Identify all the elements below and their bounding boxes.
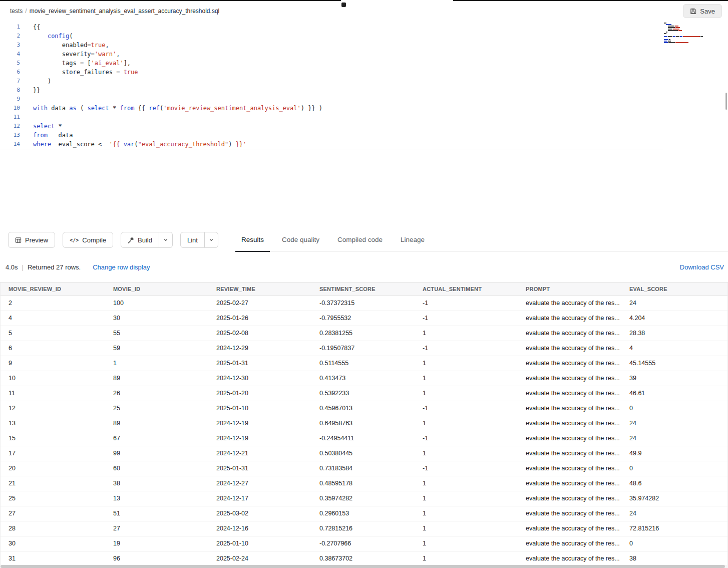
status-separator: | [22,263,24,271]
breadcrumb-folder[interactable]: tests [10,8,23,15]
table-cell: 89 [105,416,208,431]
table-cell: 2025-02-24 [208,551,311,565]
table-cell: 0.50380445 [311,446,415,461]
minimap-line [664,23,700,24]
table-cell: 1 [415,491,518,506]
tab-strip-border-right [453,0,728,1]
table-cell: 30 [1,536,105,551]
tab-results[interactable]: Results [241,228,264,251]
table-cell: 0.48595178 [311,476,415,491]
column-header: MOVIE_ID [105,282,208,296]
table-cell: 1 [415,386,518,401]
table-cell: 1 [415,551,518,565]
lint-label: Lint [187,236,198,244]
preview-button[interactable]: Preview [8,232,55,248]
table-cell: 72.815216 [621,521,727,536]
save-button[interactable]: Save [683,4,722,18]
table-cell: 2024-12-16 [208,521,311,536]
table-cell: -0.37372315 [311,296,415,311]
code-line[interactable]: 3 enabled=true, [0,41,728,50]
table-cell: 13 [105,491,208,506]
table-cell: 2024-12-19 [208,431,311,446]
line-number: 6 [0,68,20,77]
code-line[interactable]: 9 [0,95,728,104]
horizontal-scrollbar-thumb[interactable] [1,565,725,568]
prompt-cell-text: evaluate the accuracy of the res... [526,465,620,472]
code-line[interactable]: 13from data [0,131,728,140]
prompt-cell-text: evaluate the accuracy of the res... [526,330,620,337]
build-dropdown-button[interactable] [159,232,173,248]
code-editor[interactable]: 1{{2 config(3 enabled=true,4 severity='w… [0,21,728,228]
code-text: severity='warn', [20,50,120,59]
table-cell: 0 [621,401,727,416]
download-csv-link[interactable]: Download CSV [680,263,724,271]
code-line[interactable]: 4 severity='warn', [0,50,728,59]
tab-compiled-code[interactable]: Compiled code [337,228,383,251]
prompt-cell-text: evaluate the accuracy of the res... [526,525,620,532]
code-line[interactable]: 11 [0,113,728,122]
code-line[interactable]: 1{{ [0,23,728,32]
lint-button[interactable]: Lint [180,232,205,248]
prompt-cell-text: evaluate the accuracy of the res... [526,450,620,457]
breadcrumb-separator: / [25,8,27,15]
code-line[interactable]: 5 tags = ['ai_eval'], [0,59,728,68]
table-cell: 20 [1,461,105,476]
table-cell: 59 [105,341,208,356]
results-table: MOVIE_REVIEW_IDMOVIE_IDREVIEW_TIMESENTIM… [1,282,727,565]
table-cell: -0.2707966 [311,536,415,551]
table-cell: 35.974282 [621,491,727,506]
code-line[interactable]: 14where eval_score <= '{{ var("eval_accu… [0,140,728,149]
compile-button[interactable]: </> Compile [63,232,113,248]
table-cell: 2025-01-26 [208,311,311,326]
line-number: 2 [0,32,20,41]
minimap[interactable] [664,23,700,44]
tab-code-quality[interactable]: Code quality [282,228,319,251]
change-row-display-link[interactable]: Change row display [93,263,150,271]
minimap-line [664,30,700,31]
table-cell: 27 [105,521,208,536]
lint-dropdown-button[interactable] [205,232,218,248]
table-cell: 4 [621,341,727,356]
table-cell: -0.7955532 [311,311,415,326]
table-cell: 2024-12-30 [208,371,311,386]
table-cell: 6 [1,341,105,356]
code-text: config( [20,32,73,41]
table-row: 25132024-12-170.359742821evaluate the ac… [1,491,727,506]
prompt-cell: evaluate the accuracy of the res... [518,536,621,551]
line-number: 5 [0,59,20,68]
table-row: 30192025-01-10-0.27079661evaluate the ac… [1,536,727,551]
table-cell: 30 [105,311,208,326]
editor-scrollbar-thumb[interactable] [725,93,727,110]
table-cell: 49.9 [621,446,727,461]
line-number: 8 [0,86,20,95]
table-row: 6592024-12-29-0.19507837-1evaluate the a… [1,341,727,356]
table-cell: 11 [1,386,105,401]
table-cell: 48.6 [621,476,727,491]
code-text [20,113,33,122]
result-tabs: ResultsCode qualityCompiled codeLineage [241,228,728,252]
build-button[interactable]: Build [121,232,159,248]
breadcrumb: tests / movie_review_sentiment_analysis_… [10,8,219,15]
table-cell: -1 [415,341,518,356]
code-line[interactable]: 12select * [0,122,728,131]
table-cell: 0.2960153 [311,506,415,521]
table-cell: 2025-02-27 [208,296,311,311]
table-cell: 27 [1,506,105,521]
table-cell: 1 [415,446,518,461]
line-number: 4 [0,50,20,59]
table-cell: 17 [1,446,105,461]
prompt-cell: evaluate the accuracy of the res... [518,341,621,356]
column-header: MOVIE_REVIEW_ID [1,282,105,296]
table-cell: 4 [1,311,105,326]
table-cell: -0.24954411 [311,431,415,446]
prompt-cell: evaluate the accuracy of the res... [518,431,621,446]
horizontal-scrollbar[interactable] [0,565,728,568]
code-line[interactable]: 8}} [0,86,728,95]
prompt-cell-text: evaluate the accuracy of the res... [526,420,620,427]
code-line[interactable]: 10with data as ( select * from {{ ref('m… [0,104,728,113]
tab-lineage[interactable]: Lineage [401,228,425,251]
code-text: where eval_score <= '{{ var("eval_accura… [20,140,246,149]
code-line[interactable]: 2 config( [0,32,728,41]
code-line[interactable]: 7 ) [0,77,728,86]
code-line[interactable]: 6 store_failures = true [0,68,728,77]
